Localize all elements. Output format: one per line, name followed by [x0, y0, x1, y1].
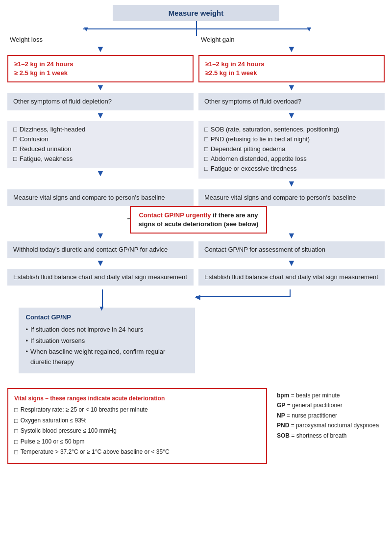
- weight-loss-label: Weight loss: [7, 36, 194, 43]
- action-row: Withhold today's diuretic and contact GP…: [7, 241, 385, 258]
- left-measure-box: Measure vital signs and compare to perso…: [7, 189, 194, 206]
- vital-signs-title: Vital signs – these ranges indicate acut…: [14, 394, 260, 403]
- contact-gp-section: ◀ ▼ Contact GP/NP If situation does not …: [7, 289, 385, 373]
- contact-gp-arrows: ◀: [7, 289, 385, 302]
- right-measure-box: Measure vital signs and compare to perso…: [198, 189, 385, 206]
- left-threshold-line1: ≥1–2 kg in 24 hours: [14, 60, 187, 69]
- contact-gp-down-arrow: ▼: [7, 302, 385, 308]
- right-symptom-5: Fatigue or excessive tiredness: [204, 164, 379, 173]
- right-question-text: Other symptoms of fluid overload?: [204, 98, 301, 105]
- abbr-bpm: bpm = beats per minute: [277, 391, 385, 400]
- left-action-col: Withhold today's diuretic and contact GP…: [7, 241, 194, 258]
- right-action-box: Contact GP/NP for assessment of situatio…: [198, 241, 385, 258]
- abbr-np: NP = nurse practitioner: [277, 411, 385, 420]
- right-threshold-line2: ≥2.5 kg in 1 week: [205, 69, 378, 78]
- abbreviations-box: bpm = beats per minute GP = general prac…: [277, 388, 385, 464]
- contact-gp-title: Contact GP/NP: [26, 313, 188, 323]
- left-threshold-line2: ≥ 2.5 kg in 1 week: [14, 69, 187, 78]
- right-symptom-3: Dependent pitting oedema: [204, 145, 379, 154]
- right-branch: Weight gain ▼ ≥1–2 kg in 24 hours ≥2.5 k…: [198, 36, 385, 189]
- contact-gp-bullet-1: If situation does not improve in 24 hour…: [26, 325, 188, 335]
- left-question-box: Other symptoms of fluid depletion?: [7, 93, 194, 110]
- vital-sign-4: Pulse ≥ 100 or ≤ 50 bpm: [14, 437, 260, 447]
- right-establish-col: Establish fluid balance chart and daily …: [198, 269, 385, 286]
- weight-gain-label: Weight gain: [198, 36, 385, 43]
- left-symptoms-box: Dizziness, light-headed Confusion Reduce…: [7, 121, 194, 169]
- contact-gp-bullet-2: If situation worsens: [26, 336, 188, 346]
- abbr-gp: GP = general practitioner: [277, 400, 385, 410]
- right-symptom-4: Abdomen distended, appetite loss: [204, 155, 379, 163]
- right-action-col: Contact GP/NP for assessment of situatio…: [198, 241, 385, 258]
- alert-box: Contact GP/NP urgently if there are any …: [130, 206, 262, 234]
- left-symptom-3: Reduced urination: [13, 145, 188, 154]
- left-arrow-1: ▼: [7, 44, 194, 55]
- right-symptom-2: PND (refusing to lie in bed at night): [204, 135, 379, 144]
- left-vital-signs-col: Measure vital signs and compare to perso…: [7, 189, 194, 206]
- vital-sign-1: Respiratory rate: ≥ 25 or < 10 breaths p…: [14, 405, 260, 415]
- right-establish-box: Establish fluid balance chart and daily …: [198, 269, 385, 286]
- contact-gp-box: Contact GP/NP If situation does not impr…: [19, 308, 195, 373]
- establish-row: Establish fluid balance chart and daily …: [7, 269, 385, 286]
- vital-sign-3: Systolic blood pressure ≤ 100 mmHg: [14, 426, 260, 436]
- right-arrow-1: ▼: [198, 44, 385, 55]
- flowchart: Measure weight ▼ ▼ Weight loss ▼ ≥1–2 kg…: [7, 5, 385, 464]
- left-branch: Weight loss ▼ ≥1–2 kg in 24 hours ≥ 2.5 …: [7, 36, 194, 179]
- left-arrow-3: ▼: [7, 110, 194, 121]
- left-arrow-6: ▼: [7, 258, 194, 269]
- left-symptom-4: Fatigue, weakness: [13, 155, 188, 163]
- arrows-to-establish: ▼ ▼: [7, 258, 385, 269]
- right-symptoms-box: SOB (rate, saturation, sentences, positi…: [198, 121, 385, 179]
- vital-signs-box: Vital signs – these ranges indicate acut…: [7, 388, 267, 464]
- right-arrow-3: ▼: [198, 110, 385, 121]
- vital-sign-5: Temperature > 37.2°C or ≥ 1°C above base…: [14, 447, 260, 457]
- abbr-pnd: PND = paroxysmal nocturnal dyspnoea: [277, 420, 385, 430]
- right-arrow-2: ▼: [198, 82, 385, 93]
- left-action-box: Withhold today's diuretic and contact GP…: [7, 241, 194, 258]
- left-establish-col: Establish fluid balance chart and daily …: [7, 269, 194, 286]
- alert-row: Contact GP/NP urgently if there are any …: [7, 206, 385, 231]
- left-threshold-box: ≥1–2 kg in 24 hours ≥ 2.5 kg in 1 week: [7, 55, 194, 82]
- right-arrow-6: ▼: [198, 258, 385, 269]
- abbr-sob: SOB = shortness of breath: [277, 431, 385, 441]
- title-text: Measure weight: [169, 9, 224, 17]
- left-symptom-1: Dizziness, light-headed: [13, 125, 188, 134]
- left-symptom-2: Confusion: [13, 135, 188, 144]
- right-symptom-1: SOB (rate, saturation, sentences, positi…: [204, 125, 379, 134]
- right-threshold-box: ≥1–2 kg in 24 hours ≥2.5 kg in 1 week: [198, 55, 385, 82]
- left-arrow-4: ▼: [7, 168, 194, 179]
- left-establish-box: Establish fluid balance chart and daily …: [7, 269, 194, 286]
- right-threshold-line1: ≥1–2 kg in 24 hours: [205, 60, 378, 69]
- title-box: Measure weight: [113, 5, 279, 21]
- alert-red-text: Contact GP/NP urgently: [139, 211, 211, 219]
- left-arrow-2: ▼: [7, 82, 194, 93]
- bottom-section: Vital signs – these ranges indicate acut…: [7, 383, 385, 464]
- contact-gp-bullet-3: When baseline weight regained, confirm r…: [26, 347, 188, 367]
- right-question-box: Other symptoms of fluid overload?: [198, 93, 385, 110]
- vital-signs-row: Measure vital signs and compare to perso…: [7, 189, 385, 206]
- right-arrow-4: ▼: [198, 179, 385, 189]
- right-vital-signs-col: Measure vital signs and compare to perso…: [198, 189, 385, 206]
- vital-sign-2: Oxygen saturation ≤ 93%: [14, 416, 260, 426]
- left-question-text: Other symptoms of fluid depletion?: [13, 98, 112, 105]
